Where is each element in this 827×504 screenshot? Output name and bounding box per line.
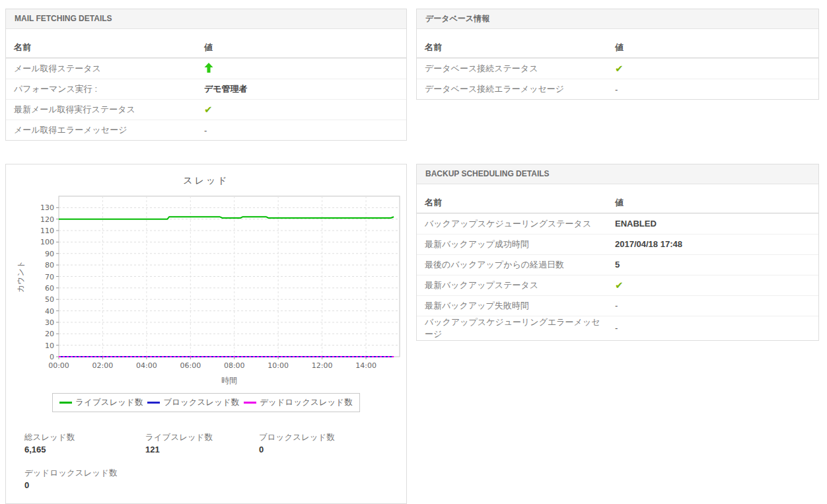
y-tick-label: 70 [45, 272, 54, 281]
legend-item: デッドロックスレッド数 [244, 397, 352, 408]
database-info-table: 名前値データベース接続ステータス✔データベース接続エラーメッセージ- [417, 38, 818, 99]
y-axis-label: カウント [16, 260, 25, 292]
thread-stats: 総スレッド数6,165ライブスレッド数121ブロックスレッド数0デッドロックスレ… [24, 432, 406, 490]
stat-value: 6,165 [24, 445, 145, 454]
x-tick-label: 12:00 [312, 361, 333, 370]
row-value [204, 63, 406, 75]
row-value-text: - [615, 85, 618, 94]
legend-label: ライブスレッド数 [75, 397, 143, 408]
row-value: ✔ [615, 63, 818, 74]
check-icon: ✔ [615, 63, 624, 74]
table-row: 最新バックアップステータス✔ [417, 275, 818, 295]
mail-fetching-table: 名前値メール取得ステータスパフォーマンス実行 :デモ管理者最新メール取得実行ステ… [6, 38, 406, 140]
row-value: - [204, 126, 406, 135]
table-row: バックアップスケジューリングエラーメッセージ- [417, 316, 818, 340]
y-tick-label: 10 [45, 341, 54, 349]
stat-value: 0 [24, 480, 145, 490]
stat-label: ライブスレッド数 [145, 432, 259, 443]
row-name: メール取得エラーメッセージ [6, 124, 204, 136]
stat-label: デッドロックスレッド数 [24, 468, 145, 479]
thread-stat: ライブスレッド数121 [145, 432, 259, 454]
x-axis-label: 時間 [221, 376, 237, 385]
row-name: データベース接続エラーメッセージ [417, 83, 615, 95]
y-tick-label: 110 [40, 227, 54, 235]
row-name: 最後のバックアップからの経過日数 [417, 259, 615, 271]
chart-legend-box: ライブスレッド数ブロックスレッド数デッドロックスレッド数 [52, 393, 359, 412]
x-tick-label: 02:00 [92, 361, 114, 370]
y-tick-label: 130 [40, 203, 54, 212]
y-tick-label: 90 [45, 249, 54, 258]
y-tick-label: 0 [50, 353, 54, 361]
x-tick-label: 08:00 [224, 361, 245, 370]
chart-title: スレッド [6, 175, 406, 187]
row-value: 5 [615, 260, 818, 270]
table-row: バックアップスケジューリングステータスENABLED [417, 213, 818, 234]
system-health-dashboard: MAIL FETCHING DETAILS 名前値メール取得ステータスパフォーマ… [0, 0, 827, 504]
row-name: 最新バックアップ失敗時間 [417, 300, 615, 312]
row-value-text: デモ管理者 [204, 84, 248, 94]
y-tick-label: 60 [45, 283, 54, 292]
legend-item: ライブスレッド数 [59, 397, 143, 408]
legend-swatch [59, 402, 72, 404]
row-name: 最新バックアップステータス [417, 279, 615, 291]
row-value: デモ管理者 [204, 83, 406, 95]
y-tick-label: 40 [45, 306, 54, 315]
row-value: 2017/04/18 17:48 [615, 239, 818, 249]
legend-swatch [244, 402, 256, 404]
up-arrow-icon [204, 63, 213, 73]
legend-swatch [147, 402, 160, 404]
stat-label: ブロックスレッド数 [259, 432, 406, 443]
panel-mail-fetching: MAIL FETCHING DETAILS 名前値メール取得ステータスパフォーマ… [5, 9, 407, 141]
backup-scheduling-table: 名前値バックアップスケジューリングステータスENABLED最新バックアップ成功時… [417, 193, 818, 340]
row-value: ✔ [615, 280, 818, 291]
table-row: メール取得ステータス [6, 58, 406, 79]
table-row: パフォーマンス実行 :デモ管理者 [6, 79, 406, 99]
thread-stat: 総スレッド数6,165 [24, 432, 145, 454]
thread-stat: ブロックスレッド数0 [259, 432, 406, 454]
x-tick-label: 10:00 [268, 361, 289, 370]
stat-value: 121 [145, 445, 259, 454]
row-value: ENABLED [615, 219, 818, 229]
stat-value: 0 [259, 445, 406, 454]
y-tick-label: 20 [45, 330, 54, 338]
table-row: データベース接続ステータス✔ [417, 58, 818, 79]
column-header-value: 値 [204, 42, 406, 54]
row-name: メール取得ステータス [6, 63, 204, 75]
row-value-text: ENABLED [615, 219, 657, 229]
check-icon: ✔ [615, 279, 624, 291]
column-header-name: 名前 [417, 42, 615, 54]
y-tick-label: 30 [45, 318, 54, 326]
panel-database-info-title: データベース情報 [417, 9, 818, 29]
row-value-text: - [615, 301, 618, 310]
table-header-row: 名前値 [417, 193, 818, 213]
legend-label: ブロックスレッド数 [163, 397, 239, 408]
row-name: 最新メール取得実行ステータス [6, 104, 204, 116]
column-header-value: 値 [615, 197, 818, 209]
row-value-text: - [615, 323, 618, 333]
x-tick-label: 14:00 [355, 361, 377, 370]
y-tick-label: 120 [40, 215, 54, 223]
row-name: パフォーマンス実行 : [6, 83, 204, 95]
panel-backup-scheduling: BACKUP SCHEDULING DETAILS 名前値バックアップスケジュー… [416, 164, 819, 341]
x-tick-label: 00:00 [48, 361, 69, 370]
column-header-value: 値 [615, 42, 818, 54]
y-tick-label: 80 [45, 261, 54, 270]
row-value: - [615, 301, 818, 310]
row-value-text: 2017/04/18 17:48 [615, 239, 682, 249]
panel-backup-scheduling-title: BACKUP SCHEDULING DETAILS [417, 164, 818, 184]
table-row: 最新バックアップ失敗時間- [417, 295, 818, 316]
row-name: 最新バックアップ成功時間 [417, 238, 615, 250]
panel-database-info: データベース情報 名前値データベース接続ステータス✔データベース接続エラーメッセ… [416, 9, 819, 100]
panel-mail-fetching-title: MAIL FETCHING DETAILS [6, 9, 406, 29]
stat-label: 総スレッド数 [24, 432, 145, 443]
row-value: ✔ [204, 104, 406, 115]
table-row: メール取得エラーメッセージ- [6, 120, 406, 140]
x-tick-label: 06:00 [180, 361, 201, 370]
row-value-text: 5 [615, 260, 620, 270]
x-tick-label: 04:00 [136, 361, 157, 370]
table-row: 最新バックアップ成功時間2017/04/18 17:48 [417, 234, 818, 254]
legend-item: ブロックスレッド数 [147, 397, 239, 408]
chart-legend: ライブスレッド数ブロックスレッド数デッドロックスレッド数 [6, 393, 406, 412]
row-name: データベース接続ステータス [417, 63, 615, 75]
row-name: バックアップスケジューリングエラーメッセージ [417, 316, 615, 340]
